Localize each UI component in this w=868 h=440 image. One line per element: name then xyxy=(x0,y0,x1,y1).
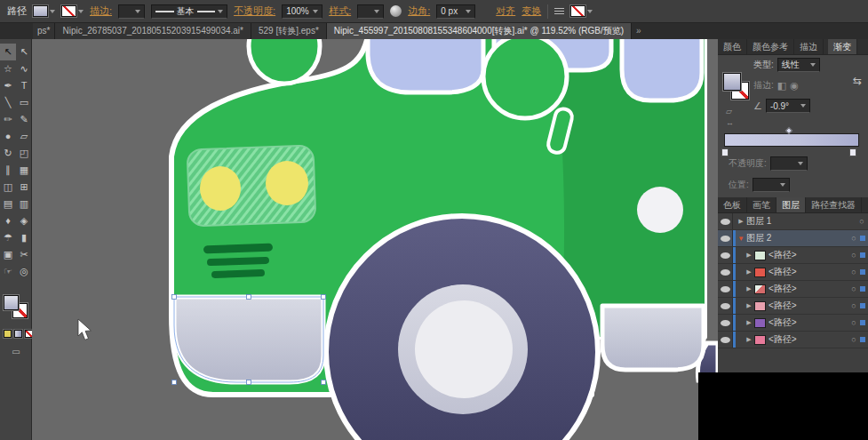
eraser-tool[interactable]: ▱ xyxy=(16,128,32,145)
headlight-right[interactable] xyxy=(266,161,308,205)
stroke-gradient-across-icon[interactable]: ◉ xyxy=(790,80,799,92)
layer-name[interactable]: 图层 2 xyxy=(746,232,848,244)
stroke-style-select[interactable]: 基本 xyxy=(151,4,227,19)
path-name[interactable]: <路径> xyxy=(768,266,848,278)
target-circle-icon[interactable]: ○ xyxy=(848,335,860,344)
layer-row-selected[interactable]: ▼ 图层 2 ○ xyxy=(718,230,868,247)
expand-triangle-icon[interactable]: ▶ xyxy=(744,268,754,276)
stroke-weight-select[interactable] xyxy=(118,4,145,19)
right-window[interactable] xyxy=(622,39,702,100)
expand-triangle-icon[interactable]: ▶ xyxy=(744,252,754,259)
stroke-gradient-along-icon[interactable]: ◧ xyxy=(777,80,786,92)
hand-tool[interactable]: ☞ xyxy=(0,263,16,280)
lasso-tool[interactable]: ∿ xyxy=(16,60,32,77)
corner-radius-select[interactable]: 0 px xyxy=(436,4,475,19)
expand-triangle-icon[interactable]: ▶ xyxy=(744,302,754,309)
document-tab[interactable]: ps* xyxy=(33,23,55,39)
gradient-stop-right[interactable] xyxy=(849,148,856,156)
fill-proxy[interactable] xyxy=(4,295,19,310)
layer-row[interactable]: ▶ 图层 1 ○ xyxy=(718,213,868,230)
path-name[interactable]: <路径> xyxy=(768,316,848,329)
panel-menu-icon[interactable] xyxy=(554,8,564,14)
windshield-window[interactable] xyxy=(368,39,483,92)
gradient-stop-left[interactable] xyxy=(721,148,729,156)
gradient-fill-proxy[interactable] xyxy=(723,73,741,91)
expand-triangle-icon[interactable]: ▶ xyxy=(744,319,754,326)
document-tab[interactable]: 529 [转换].eps* xyxy=(251,23,327,39)
visibility-toggle[interactable] xyxy=(718,332,733,348)
gradient-slider-bar[interactable] xyxy=(724,133,859,147)
expand-triangle-icon[interactable]: ▶ xyxy=(736,218,746,225)
opacity-select[interactable]: 100% xyxy=(282,4,323,19)
path-name[interactable]: <路径> xyxy=(768,249,848,261)
gradient-tool[interactable]: ▥ xyxy=(16,196,32,212)
direct-selection-tool[interactable]: ↖ xyxy=(16,44,32,60)
target-circle-icon[interactable]: ○ xyxy=(848,284,860,293)
aspect-ratio-icon[interactable]: ▱ xyxy=(726,107,732,116)
graphic-style-select[interactable] xyxy=(357,4,384,19)
target-circle-icon[interactable]: ○ xyxy=(848,318,860,327)
target-circle-icon[interactable]: ○ xyxy=(848,268,860,276)
path-row[interactable]: ▶ <路径> ○ xyxy=(718,281,868,298)
slice-tool[interactable]: ✂ xyxy=(16,246,32,263)
paintbrush-tool[interactable]: ✏ xyxy=(0,111,16,128)
selection-tool[interactable]: ↖ xyxy=(0,44,16,60)
annotator-icon[interactable]: ↔ xyxy=(726,118,734,127)
blend-tool[interactable]: ◈ xyxy=(16,212,32,229)
target-circle-icon[interactable]: ○ xyxy=(848,251,860,260)
rotate-tool[interactable]: ↻ xyxy=(0,145,16,162)
stop-position-select[interactable] xyxy=(753,178,790,192)
color-button[interactable] xyxy=(4,330,12,338)
path-name[interactable]: <路径> xyxy=(768,300,848,312)
zoom-tool[interactable]: ◎ xyxy=(16,263,32,280)
gradient-type-select[interactable]: 线性 xyxy=(777,58,820,72)
tab-gradient[interactable]: 渐变 xyxy=(828,39,857,54)
gradient-angle-select[interactable]: -0.9° xyxy=(766,99,810,113)
tab-pathfinder[interactable]: 路径查找器 xyxy=(806,197,862,212)
shape-builder-tool[interactable]: ◫ xyxy=(0,179,16,196)
transform-link[interactable]: 变换 xyxy=(522,4,541,18)
document-tab[interactable]: Nipic_26785037_20180515203915499034.ai* xyxy=(55,23,251,39)
tab-stroke[interactable]: 描边 xyxy=(794,39,824,54)
target-circle-icon[interactable]: ○ xyxy=(848,234,860,243)
rectangle-tool[interactable]: ▭ xyxy=(16,94,32,111)
visibility-toggle[interactable] xyxy=(718,315,733,331)
right-mirror-shape[interactable] xyxy=(483,39,567,118)
opacity-link[interactable]: 不透明度: xyxy=(234,4,275,18)
expand-triangle-icon[interactable]: ▶ xyxy=(744,336,754,343)
screen-mode-button[interactable]: ▭ xyxy=(0,347,32,356)
style-link[interactable]: 样式: xyxy=(329,4,351,18)
free-transform-tool[interactable]: ▦ xyxy=(16,162,32,179)
quick-swatch[interactable] xyxy=(570,5,593,17)
expand-triangle-icon[interactable]: ▼ xyxy=(736,235,746,243)
front-wheel-center[interactable] xyxy=(415,300,513,398)
expand-triangle-icon[interactable]: ▶ xyxy=(744,285,754,292)
eyedropper-tool[interactable]: ♦ xyxy=(0,212,16,229)
artboard-tool[interactable]: ▣ xyxy=(0,246,16,263)
perspective-grid-tool[interactable]: ⊞ xyxy=(16,179,32,196)
headlight-left[interactable] xyxy=(200,166,241,211)
column-graph-tool[interactable]: ▮ xyxy=(16,229,32,246)
fill-color-swatch[interactable] xyxy=(33,5,55,17)
door-handle-shape[interactable] xyxy=(637,187,683,233)
recolor-artwork-icon[interactable] xyxy=(390,5,402,17)
path-row[interactable]: ▶ <路径> ○ xyxy=(718,315,868,332)
symbol-sprayer-tool[interactable]: ☂ xyxy=(0,229,16,246)
pen-tool[interactable]: ✒ xyxy=(0,77,16,94)
path-name[interactable]: <路径> xyxy=(768,333,848,346)
reverse-gradient-icon[interactable]: ⇆ xyxy=(853,75,862,87)
width-tool[interactable]: ∥ xyxy=(0,162,16,179)
tab-overflow-chevron[interactable]: » xyxy=(632,23,646,39)
path-row[interactable]: ▶ <路径> ○ xyxy=(718,298,868,315)
pencil-tool[interactable]: ✎ xyxy=(16,111,32,128)
stroke-color-swatch[interactable] xyxy=(61,5,84,17)
align-link[interactable]: 对齐 xyxy=(496,4,515,18)
line-segment-tool[interactable]: ╲ xyxy=(0,94,16,111)
tab-layers[interactable]: 图层 xyxy=(776,197,806,212)
visibility-toggle[interactable] xyxy=(718,281,733,297)
layer-name[interactable]: 图层 1 xyxy=(746,215,856,228)
path-name[interactable]: <路径> xyxy=(768,283,848,295)
artboard-canvas[interactable] xyxy=(32,39,718,440)
tab-color-guide[interactable]: 颜色参考 xyxy=(747,39,794,54)
target-circle-icon[interactable]: ○ xyxy=(856,217,868,226)
